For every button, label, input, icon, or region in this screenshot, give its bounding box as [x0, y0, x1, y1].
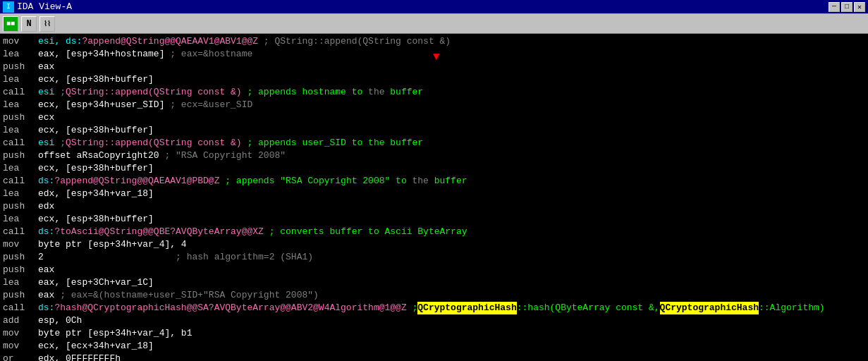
operand-6: ecx, [esp+34h+user_SID] [38, 99, 164, 111]
title-bar-left: I IDA View-A [3, 1, 72, 13]
mnemonic-7: push [3, 111, 38, 124]
code-line-19: push eax [3, 264, 865, 276]
operand-5: esi [38, 86, 54, 99]
code-line-13: lea edx, [esp+34h+var_18] [3, 188, 865, 200]
operand-7: ecx [38, 111, 54, 124]
code-line-22: call ds:?hash@QCryptographicHash@@SA?AVQ… [3, 302, 865, 314]
operand-10: offset aRsaCopyright20 [38, 149, 159, 162]
operand-24: byte ptr [esp+34h+var_4], b1 [38, 327, 192, 340]
close-button[interactable]: ✕ [854, 2, 865, 12]
code-line-11: lea ecx, [esp+38h+buffer] [3, 162, 865, 175]
code-line-26: or edx, 0FFFFFFFFh [3, 353, 865, 361]
comment-21: ; eax=&(hostname+user_SID+"RSA Copyright… [54, 289, 318, 302]
mnemonic-10: push [3, 149, 38, 162]
comment-9c: ; appends user_SID to the buffer [242, 137, 423, 149]
operand-13: edx, [esp+34h+var_18] [38, 188, 154, 200]
mnemonic-11: lea [3, 162, 38, 175]
mnemonic-6: lea [3, 99, 38, 111]
mnemonic-24: mov [3, 327, 38, 340]
operand-8: ecx, [esp+38h+buffer] [38, 124, 154, 137]
mnemonic-23: add [3, 314, 38, 327]
operand-19: eax [38, 264, 54, 276]
title-buttons[interactable]: ─ □ ✕ [829, 2, 865, 12]
code-line-18: push 2 ; hash algorithm=2 (SHA1) [3, 251, 865, 264]
toolbar-wave-button[interactable]: ⌇⌇ [39, 16, 55, 32]
code-line-15: lea ecx, [esp+38h+buffer] [3, 213, 865, 226]
operand-14: edx [38, 200, 54, 213]
mnemonic-8: lea [3, 124, 38, 137]
mnemonic-13: lea [3, 188, 38, 200]
minimize-button[interactable]: ─ [829, 2, 840, 12]
mnemonic-15: lea [3, 213, 38, 226]
code-line-21: push eax ; eax=&(hostname+user_SID+"RSA … [3, 289, 865, 302]
mnemonic-14: push [3, 200, 38, 213]
operand-16: ds:?toAscii@QString@@QBE?AVQByteArray@@X… [38, 226, 264, 238]
operand-22: ds:?hash@QCryptographicHash@@SA?AVQByteA… [38, 302, 407, 314]
comment-2: ; eax=&hostname [164, 48, 252, 61]
mnemonic-20: lea [3, 276, 38, 289]
mnemonic-26: or [3, 353, 38, 361]
operand-2: eax, [esp+34h+hostname] [38, 48, 164, 61]
code-line-25: mov ecx, [ecx+34h+var_18] [3, 340, 865, 353]
mnemonic-16: call [3, 226, 38, 238]
operand-18: 2 [38, 251, 170, 264]
code-line-8: lea ecx, [esp+38h+buffer] [3, 124, 865, 137]
mnemonic-17: mov [3, 238, 38, 251]
code-area[interactable]: mov esi, ds:?append@QString@@QAEAAV1@ABV… [0, 34, 868, 361]
comment-5c: ; appends hostname to the buffer [242, 86, 423, 99]
toolbar-grid-button[interactable]: ■■ [3, 16, 18, 32]
code-line-17: mov byte ptr [esp+34h+var_4], 4 [3, 238, 865, 251]
mnemonic-12: call [3, 175, 38, 188]
code-line-14: push edx [3, 200, 865, 213]
mnemonic-9: call [3, 137, 38, 149]
mnemonic-2: lea [3, 48, 38, 61]
comment-22b: ::hash(QByteArray const &, [517, 302, 660, 314]
code-line-1: mov esi, ds:?append@QString@@QAEAAV1@ABV… [3, 35, 865, 48]
operand-9: esi [38, 137, 54, 149]
highlight-qcryptographichash-1: QCryptographicHash [417, 302, 516, 314]
code-line-23: add esp, 0Ch [3, 314, 865, 327]
comment-6: ; ecx=&user_SID [164, 99, 252, 111]
mnemonic-4: lea [3, 73, 38, 86]
comment-10: ; "RSA Copyright 2008" [159, 149, 286, 162]
window-title: IDA View-A [17, 1, 72, 12]
comment-22a: ; [407, 302, 418, 314]
app-icon: I [3, 1, 14, 13]
operand-17: byte ptr [esp+34h+var_4], 4 [38, 238, 187, 251]
code-line-4: lea ecx, [esp+38h+buffer] [3, 73, 865, 86]
code-line-16: call ds:?toAscii@QString@@QBE?AVQByteArr… [3, 226, 865, 238]
code-line-9: call esi ; QString::append(QString const… [3, 137, 865, 149]
comment-9a: ; [54, 137, 66, 149]
comment-5b: QString::append(QString const &) [66, 86, 242, 99]
comment-9b: QString::append(QString const &) [66, 137, 242, 149]
maximize-button[interactable]: □ [841, 2, 852, 12]
operand-3: eax [38, 61, 54, 73]
highlight-qcryptographichash-2: QCryptographicHash [660, 302, 759, 314]
code-line-12: call ds:?append@QString@@QAEAAV1@PBD@Z ;… [3, 175, 865, 188]
operand-12: ds:?append@QString@@QAEAAV1@PBD@Z [38, 175, 219, 188]
operand-15: ecx, [esp+38h+buffer] [38, 213, 154, 226]
code-line-6: lea ecx, [esp+34h+user_SID] ; ecx=&user_… [3, 99, 865, 111]
comment-12: ; appends "RSA Copyright 2008" to the bu… [219, 175, 467, 188]
toolbar: ■■ N ⌇⌇ [0, 14, 868, 34]
down-arrow-indicator: ▼ [433, 51, 440, 63]
comment-5a: ; [54, 86, 66, 99]
code-line-24: mov byte ptr [esp+34h+var_4], b1 [3, 327, 865, 340]
comment-1: ; QString::append(QString const &) [258, 35, 451, 48]
mnemonic-1: mov [3, 35, 38, 48]
mnemonic-19: push [3, 264, 38, 276]
operand-21: eax [38, 289, 54, 302]
code-line-5: call esi ; QString::append(QString const… [3, 86, 865, 99]
operand-25: ecx, [ecx+34h+var_18] [38, 340, 154, 353]
mnemonic-5: call [3, 86, 38, 99]
mnemonic-22: call [3, 302, 38, 314]
operand-11: ecx, [esp+38h+buffer] [38, 162, 154, 175]
mnemonic-3: push [3, 61, 38, 73]
operand-1: esi, ds:?append@QString@@QAEAAV1@ABV1@@Z [38, 35, 258, 48]
code-line-7: push ecx [3, 111, 865, 124]
toolbar-n-button[interactable]: N [21, 16, 37, 32]
operand-23: esp, 0Ch [38, 314, 82, 327]
mnemonic-21: push [3, 289, 38, 302]
operand-20: eax, [esp+3Ch+var_1C] [38, 276, 154, 289]
mnemonic-25: mov [3, 340, 38, 353]
